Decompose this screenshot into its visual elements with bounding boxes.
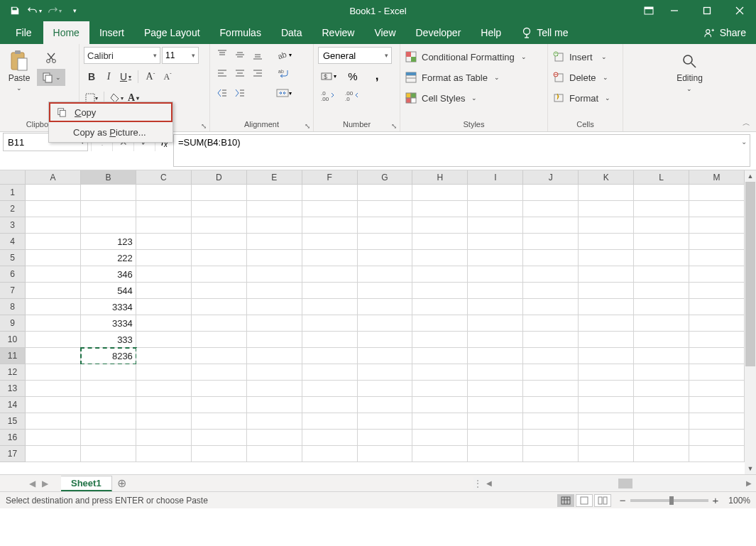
cell-E11[interactable] (247, 348, 302, 364)
column-header-C[interactable]: C (136, 170, 192, 185)
column-header-I[interactable]: I (468, 170, 523, 185)
cell-E4[interactable] (247, 234, 302, 250)
cell-D10[interactable] (192, 332, 247, 348)
cell-D4[interactable] (192, 234, 247, 250)
increase-decimal-button[interactable]: .0.00 (318, 88, 339, 104)
decrease-indent-button[interactable] (214, 85, 230, 101)
cell-L9[interactable] (634, 315, 689, 332)
cell-L1[interactable] (634, 185, 689, 201)
cell-A6[interactable] (26, 266, 81, 283)
tab-help[interactable]: Help (471, 21, 511, 44)
cell-K5[interactable] (579, 250, 634, 266)
cell-G7[interactable] (358, 283, 413, 299)
cell-G11[interactable] (358, 348, 413, 364)
cell-J17[interactable] (523, 446, 579, 462)
cell-E17[interactable] (247, 446, 302, 462)
row-header-12[interactable]: 12 (0, 364, 26, 381)
cell-I12[interactable] (468, 364, 523, 381)
qat-customize[interactable]: ▾ (65, 1, 84, 20)
sheet-nav-prev[interactable]: ◀ (26, 476, 38, 491)
cell-G1[interactable] (358, 185, 413, 201)
cell-J9[interactable] (523, 315, 579, 332)
cell-A15[interactable] (26, 413, 81, 430)
merge-center-button[interactable]: ▾ (273, 85, 295, 101)
cell-K9[interactable] (579, 315, 634, 332)
cell-I8[interactable] (468, 299, 523, 315)
cell-I7[interactable] (468, 283, 523, 299)
cell-B15[interactable] (81, 413, 136, 430)
cell-G12[interactable] (358, 364, 413, 381)
italic-button[interactable]: I (101, 69, 116, 84)
align-left-button[interactable] (214, 66, 230, 82)
orientation-button[interactable]: ab▾ (273, 47, 295, 62)
cell-H8[interactable] (412, 299, 468, 315)
cell-I2[interactable] (468, 201, 523, 217)
cell-E1[interactable] (247, 185, 302, 201)
row-header-6[interactable]: 6 (0, 266, 26, 283)
cell-F16[interactable] (302, 430, 358, 446)
cell-A7[interactable] (26, 283, 81, 299)
cell-G5[interactable] (358, 250, 413, 266)
cell-H7[interactable] (412, 283, 468, 299)
cell-D8[interactable] (192, 299, 247, 315)
cell-L15[interactable] (634, 413, 689, 430)
cell-M8[interactable] (689, 299, 745, 315)
column-header-G[interactable]: G (358, 170, 413, 185)
cell-C12[interactable] (136, 364, 192, 381)
cell-H9[interactable] (412, 315, 468, 332)
cell-A12[interactable] (26, 364, 81, 381)
font-size-select[interactable]: 11▾ (162, 47, 199, 64)
hscroll-splitter[interactable]: ⋮ (473, 479, 478, 488)
tab-home[interactable]: Home (43, 21, 89, 44)
find-select-button[interactable]: Editing⌄ (676, 47, 703, 117)
cell-B1[interactable] (81, 185, 136, 201)
cell-J2[interactable] (523, 201, 579, 217)
cell-D15[interactable] (192, 413, 247, 430)
cells-area[interactable]: 123222346544333433343338236 (26, 185, 745, 474)
zoom-level[interactable]: 100% (728, 496, 750, 506)
align-right-button[interactable] (250, 66, 265, 82)
cell-C10[interactable] (136, 332, 192, 348)
minimize-button[interactable] (658, 1, 691, 20)
cell-L14[interactable] (634, 397, 689, 413)
cell-G4[interactable] (358, 234, 413, 250)
column-header-D[interactable]: D (192, 170, 247, 185)
cell-D2[interactable] (192, 201, 247, 217)
row-header-15[interactable]: 15 (0, 413, 26, 430)
cell-I6[interactable] (468, 266, 523, 283)
cell-H2[interactable] (412, 201, 468, 217)
align-top-button[interactable] (214, 47, 230, 62)
font-name-select[interactable]: Calibri▾ (84, 47, 160, 64)
cell-F13[interactable] (302, 381, 358, 397)
font-launcher[interactable]: ⤡ (201, 122, 207, 130)
cell-B9[interactable]: 3334 (81, 315, 136, 332)
cell-E10[interactable] (247, 332, 302, 348)
cell-F8[interactable] (302, 299, 358, 315)
tab-formulas[interactable]: Formulas (210, 21, 271, 44)
collapse-ribbon-button[interactable]: ︿ (743, 118, 750, 129)
cell-I11[interactable] (468, 348, 523, 364)
cell-F9[interactable] (302, 315, 358, 332)
cell-M13[interactable] (689, 381, 745, 397)
cell-A17[interactable] (26, 446, 81, 462)
cell-C1[interactable] (136, 185, 192, 201)
column-header-E[interactable]: E (247, 170, 302, 185)
cell-L8[interactable] (634, 299, 689, 315)
cell-M16[interactable] (689, 430, 745, 446)
tab-developer[interactable]: Developer (406, 21, 471, 44)
cell-G17[interactable] (358, 446, 413, 462)
underline-button[interactable]: U▾ (118, 69, 133, 84)
cell-D14[interactable] (192, 397, 247, 413)
cell-F7[interactable] (302, 283, 358, 299)
cell-C14[interactable] (136, 397, 192, 413)
percent-button[interactable]: % (342, 68, 363, 84)
cell-M2[interactable] (689, 201, 745, 217)
cell-J7[interactable] (523, 283, 579, 299)
cell-D6[interactable] (192, 266, 247, 283)
undo-button[interactable]: ▾ (26, 1, 44, 20)
cell-F17[interactable] (302, 446, 358, 462)
grow-font-button[interactable]: Aˆ (143, 69, 158, 84)
cell-A1[interactable] (26, 185, 81, 201)
cell-H16[interactable] (412, 430, 468, 446)
cell-C17[interactable] (136, 446, 192, 462)
